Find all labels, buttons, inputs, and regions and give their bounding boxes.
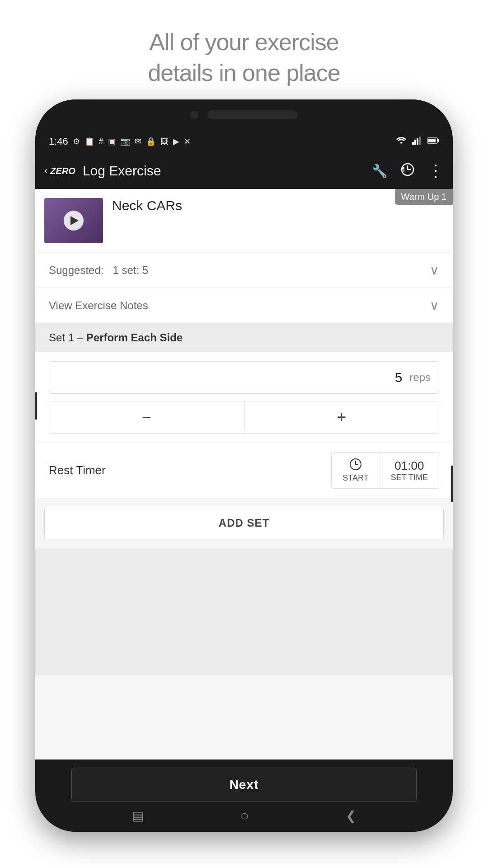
android-back-icon[interactable]: ❮ bbox=[346, 808, 356, 823]
battery-icon bbox=[427, 137, 439, 146]
speaker-grille bbox=[207, 110, 298, 119]
empty-content-area bbox=[35, 548, 453, 675]
android-home-icon[interactable]: ○ bbox=[240, 807, 249, 824]
mail-status-icon: ✉ bbox=[135, 137, 141, 146]
notes-label: View Exercise Notes bbox=[49, 299, 148, 312]
status-bar: 1:46 ⚙ 📋 # ▣ 📷 ✉ 🔒 🖼 ▶ ✕ bbox=[35, 130, 453, 153]
svg-rect-3 bbox=[419, 137, 421, 145]
wifi-icon bbox=[396, 137, 407, 147]
status-time: 1:46 bbox=[49, 136, 68, 147]
add-set-button[interactable]: ADD SET bbox=[44, 507, 444, 539]
rest-timer-row: Rest Timer START 01:00 SET TIME bbox=[35, 443, 453, 498]
app-logo: ZERO bbox=[50, 166, 75, 176]
back-chevron-icon: ‹ bbox=[44, 165, 47, 177]
notes-chevron-icon: ∨ bbox=[430, 298, 439, 313]
clipboard-status-icon: 📋 bbox=[84, 137, 94, 146]
reps-value[interactable]: 5 bbox=[49, 362, 409, 393]
set-time-control[interactable]: 01:00 SET TIME bbox=[380, 453, 439, 488]
play-triangle-icon bbox=[70, 216, 79, 225]
suggested-chevron-icon: ∨ bbox=[430, 263, 439, 278]
set-header: Set 1 – Perform Each Side bbox=[35, 323, 453, 352]
next-button[interactable]: Next bbox=[71, 768, 417, 802]
hash-status-icon: # bbox=[99, 137, 103, 146]
decrement-button[interactable]: − bbox=[49, 401, 244, 433]
reps-input-row: 5 reps bbox=[49, 361, 439, 394]
set-time-label: SET TIME bbox=[391, 473, 428, 482]
svg-rect-2 bbox=[417, 138, 418, 145]
start-label: START bbox=[343, 473, 368, 483]
clock-icon bbox=[349, 458, 362, 473]
notes-row[interactable]: View Exercise Notes ∨ bbox=[35, 288, 453, 323]
svg-rect-5 bbox=[438, 139, 439, 142]
volume-button bbox=[35, 392, 37, 420]
exercise-thumbnail[interactable] bbox=[44, 198, 103, 243]
signal-icon bbox=[412, 137, 422, 147]
wrench-icon[interactable]: 🔧 bbox=[372, 164, 388, 179]
camera-dot bbox=[190, 111, 198, 119]
svg-rect-6 bbox=[428, 139, 436, 142]
suggested-row[interactable]: Suggested: 1 set: 5 ∨ bbox=[35, 253, 453, 288]
headline-text: All of your exercise details in one plac… bbox=[0, 0, 488, 88]
rest-start-button[interactable]: START bbox=[332, 453, 380, 488]
rest-timer-label: Rest Timer bbox=[49, 463, 106, 477]
app-bar-actions: 🔧 ⋮ bbox=[372, 161, 444, 180]
svg-rect-1 bbox=[414, 140, 416, 145]
lock-status-icon: 🔒 bbox=[146, 137, 156, 146]
stepper-row: − + bbox=[49, 401, 439, 434]
back-button[interactable]: ‹ ZERO bbox=[44, 165, 75, 177]
image-status-icon: 🖼 bbox=[160, 137, 169, 146]
rest-time-value: 01:00 bbox=[394, 459, 424, 473]
square-status-icon: ▣ bbox=[108, 137, 116, 146]
phone-frame: 1:46 ⚙ 📋 # ▣ 📷 ✉ 🔒 🖼 ▶ ✕ bbox=[35, 99, 453, 832]
app-bar-title: Log Exercise bbox=[83, 163, 365, 179]
android-nav-bar: ▤ ○ ❮ bbox=[35, 802, 453, 824]
play-button[interactable] bbox=[64, 211, 84, 231]
history-icon[interactable] bbox=[400, 162, 415, 180]
suggested-label: Suggested: 1 set: 5 bbox=[49, 264, 148, 277]
increment-button[interactable]: + bbox=[244, 401, 439, 433]
warm-up-badge: Warm Up 1 bbox=[395, 189, 453, 205]
app-bar: ‹ ZERO Log Exercise 🔧 ⋮ bbox=[35, 153, 453, 189]
exercise-name: Neck CARs bbox=[103, 198, 444, 213]
camera-status-icon: 📷 bbox=[120, 137, 130, 146]
settings-status-icon: ⚙ bbox=[73, 137, 80, 146]
set-instruction: Perform Each Side bbox=[86, 331, 183, 344]
svg-rect-0 bbox=[412, 142, 414, 145]
set-label: Set 1 – bbox=[49, 331, 83, 344]
reps-unit: reps bbox=[409, 371, 439, 384]
screen-content: Neck CARs Warm Up 1 Suggested: 1 set: 5 … bbox=[35, 189, 453, 796]
power-button bbox=[451, 466, 453, 502]
android-recent-icon[interactable]: ▤ bbox=[132, 808, 144, 823]
bottom-bar: Next ▤ ○ ❮ bbox=[35, 760, 453, 832]
phone-top-bar bbox=[35, 99, 453, 130]
exercise-card: Neck CARs Warm Up 1 bbox=[35, 189, 453, 253]
more-options-icon[interactable]: ⋮ bbox=[427, 161, 444, 180]
rest-timer-controls: START 01:00 SET TIME bbox=[331, 452, 439, 489]
x-status-icon: ✕ bbox=[184, 137, 191, 146]
play-status-icon: ▶ bbox=[173, 137, 179, 146]
set-input-area: 5 reps − + bbox=[35, 352, 453, 443]
